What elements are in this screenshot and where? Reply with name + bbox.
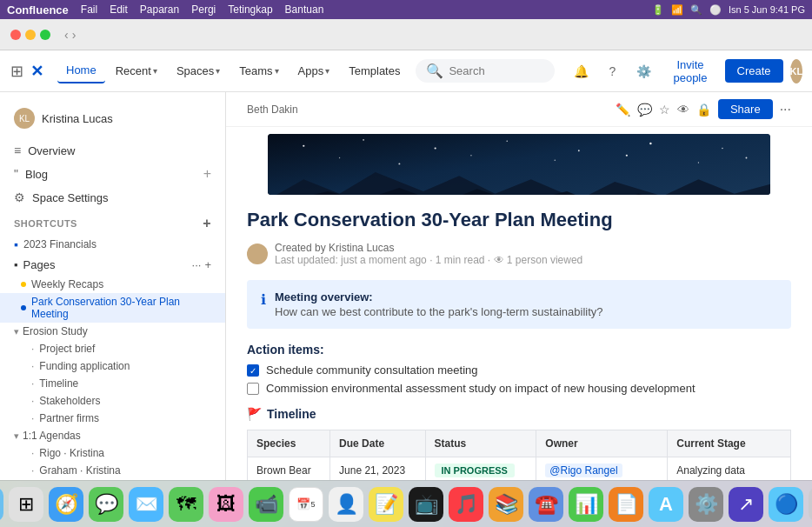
sidebar-erosion-study[interactable]: ▾ Erosion Study: [0, 323, 225, 340]
watch-icon[interactable]: 👁: [677, 103, 689, 117]
maps-icon[interactable]: 🗺: [169, 487, 203, 522]
sidebar-agendas[interactable]: ▾ 1:1 Agendas: [0, 427, 225, 444]
sidebar-weekly-recaps[interactable]: Weekly Recaps: [0, 276, 225, 293]
nav-teams[interactable]: Teams ▾: [230, 59, 287, 83]
facetime-icon[interactable]: 📹: [249, 487, 283, 522]
checkbox-unchecked-icon[interactable]: [247, 383, 259, 395]
nav-apps[interactable]: Apps ▾: [290, 59, 339, 83]
menubar-item-bantuan[interactable]: Bantuan: [285, 3, 324, 16]
collapse-agendas-icon[interactable]: ▾: [14, 430, 19, 442]
launchpad-icon[interactable]: ⊞: [9, 487, 43, 522]
timeline-section-title: 🚩 Timeline: [247, 407, 791, 421]
shortcuts-doc-icon: ▪: [14, 237, 18, 251]
settings-icon: ⚙: [14, 190, 25, 204]
sidebar-timeline[interactable]: · Timeline: [0, 375, 225, 392]
minimize-button[interactable]: [25, 30, 36, 40]
sidebar-shortcuts-item[interactable]: ▪ 2023 Financials: [0, 235, 225, 254]
sidebar-blog[interactable]: " Blog +: [0, 162, 225, 186]
trash-icon[interactable]: 🗑: [809, 487, 812, 522]
numbers-icon[interactable]: 📊: [569, 487, 603, 522]
sidebar-space-settings[interactable]: ⚙ Space Settings: [0, 186, 225, 209]
menubar-item-paparan[interactable]: Paparan: [140, 3, 179, 16]
sidebar-conservation-page[interactable]: Park Conservation 30-Year Plan Meeting: [0, 293, 225, 323]
close-button[interactable]: [10, 30, 21, 40]
forward-button[interactable]: ›: [72, 28, 77, 42]
finder-icon[interactable]: 🗂: [0, 487, 3, 522]
sidebar-pages[interactable]: ▪ Pages ··· +: [0, 254, 225, 276]
page-title: Park Conservation 30-Year Plan Meeting: [247, 209, 791, 231]
appletv-icon[interactable]: 📺: [409, 487, 443, 522]
menubar-item-edit[interactable]: Edit: [110, 3, 128, 16]
phone-icon[interactable]: ☎️: [529, 487, 563, 522]
menubar-item-fail[interactable]: Fail: [81, 3, 97, 16]
more-icon[interactable]: ···: [780, 102, 791, 117]
sidebar-overview[interactable]: ≡ Overview: [0, 139, 225, 162]
col-due-date: Due Date: [330, 430, 425, 457]
svg-point-1: [303, 145, 304, 147]
ibooks-icon[interactable]: 📚: [489, 487, 523, 522]
menubar-siri[interactable]: ⚪: [709, 4, 722, 16]
create-button[interactable]: Create: [725, 59, 783, 83]
blog-add-icon[interactable]: +: [203, 166, 211, 182]
share-button[interactable]: Share: [718, 99, 773, 119]
nav-recent[interactable]: Recent ▾: [107, 59, 166, 83]
menubar-item-pergi[interactable]: Pergi: [191, 3, 216, 16]
action-items-title: Action items:: [247, 343, 791, 357]
music-icon[interactable]: 🎵: [449, 487, 483, 522]
owner-1: @Rigo Rangel: [536, 457, 668, 481]
user-avatar[interactable]: KL: [790, 59, 803, 83]
notifications-icon[interactable]: 🔔: [569, 59, 593, 83]
due-date-1: June 21, 2023: [330, 457, 425, 481]
help-icon[interactable]: ?: [600, 59, 624, 83]
sidebar-graham-kristina[interactable]: · Graham · Kristina: [0, 462, 225, 479]
pages-icon: ▪: [14, 258, 18, 271]
meeting-overview-title: Meeting overview:: [275, 290, 603, 304]
messages-icon[interactable]: 💬: [89, 487, 123, 522]
menubar-search[interactable]: 🔍: [690, 4, 702, 16]
settings-icon[interactable]: ⚙️: [631, 59, 656, 83]
sidebar-partner-firms[interactable]: · Partner firms: [0, 410, 225, 427]
star-icon[interactable]: ☆: [659, 103, 670, 117]
shortcuts-add-icon[interactable]: +: [203, 216, 211, 231]
lock-icon[interactable]: 🔒: [696, 103, 711, 117]
grid-icon[interactable]: ⊞: [10, 62, 23, 81]
pages-icon[interactable]: 📄: [609, 487, 643, 522]
pages-add-icon[interactable]: +: [204, 258, 211, 271]
back-button[interactable]: ‹: [64, 28, 69, 42]
invite-people-button[interactable]: Invite people: [662, 53, 717, 90]
edit-icon[interactable]: ✏️: [616, 103, 630, 117]
photos-icon[interactable]: 🖼: [209, 487, 243, 522]
col-species: Species: [248, 430, 330, 457]
app-container: ⊞ ✕ Home Recent ▾ Spaces ▾ Teams ▾ Apps …: [0, 50, 812, 480]
safari-icon[interactable]: 🧭: [49, 487, 83, 522]
collapse-erosion-icon[interactable]: ▾: [14, 326, 19, 337]
contacts-icon[interactable]: 👤: [329, 487, 363, 522]
sidebar-rigo-kristina[interactable]: · Rigo · Kristina: [0, 444, 225, 462]
traffic-lights: [10, 30, 50, 40]
stars-decoration: [268, 134, 770, 195]
menubar-item-tetingkap[interactable]: Tetingkap: [228, 3, 272, 16]
nav-spaces[interactable]: Spaces ▾: [168, 59, 229, 83]
main-layout: KL Kristina Lucas ≡ Overview " Blog + ⚙ …: [0, 92, 812, 480]
comment-icon[interactable]: 💬: [637, 103, 652, 117]
nav-templates[interactable]: Templates: [340, 59, 409, 83]
appstore-icon[interactable]: A: [649, 487, 683, 522]
calendar-icon[interactable]: 📅5: [289, 487, 323, 522]
app-icon[interactable]: 🔵: [769, 487, 803, 522]
checkbox-checked-icon[interactable]: ✓: [247, 364, 259, 377]
search-bar[interactable]: 🔍: [416, 59, 555, 83]
pages-more-icon[interactable]: ···: [192, 258, 202, 271]
notes-icon[interactable]: 📝: [369, 487, 403, 522]
blog-label: Blog: [25, 168, 48, 181]
sidebar-stakeholders[interactable]: · Stakeholders: [0, 392, 225, 410]
search-input[interactable]: [449, 64, 553, 77]
sidebar-project-brief[interactable]: · Project brief: [0, 340, 225, 357]
arc-icon[interactable]: ↗: [729, 487, 763, 522]
mail-icon[interactable]: ✉️: [129, 487, 163, 522]
project-brief-dot: ·: [31, 343, 34, 355]
systemprefs-icon[interactable]: ⚙️: [689, 487, 723, 522]
sidebar-funding[interactable]: · Funding application: [0, 357, 225, 375]
sidebar: KL Kristina Lucas ≡ Overview " Blog + ⚙ …: [0, 92, 226, 480]
nav-home[interactable]: Home: [57, 58, 105, 83]
maximize-button[interactable]: [40, 30, 50, 40]
